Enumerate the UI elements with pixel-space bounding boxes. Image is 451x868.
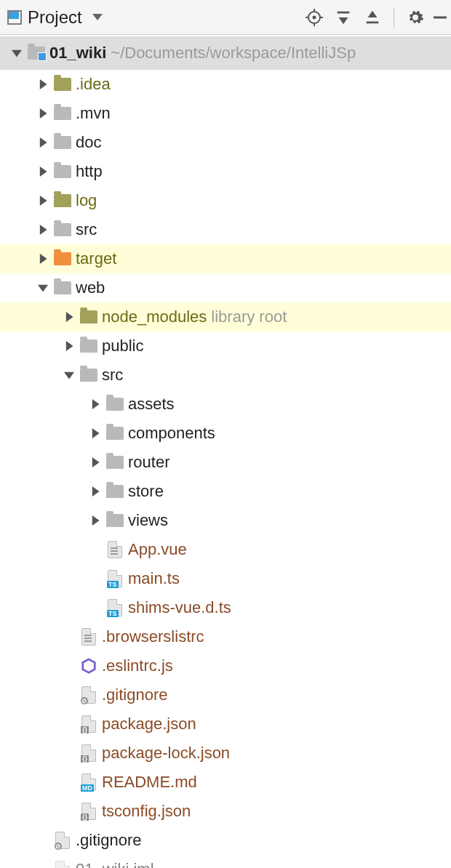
- file-icon: ⊘: [79, 686, 99, 704]
- chevron-right-icon[interactable]: [33, 225, 52, 235]
- tree-item-label: package-lock.json: [102, 744, 230, 763]
- file-icon: TS: [105, 570, 125, 587]
- tree-item[interactable]: 01_wiki.iml: [0, 855, 451, 868]
- tree-item-label: src: [76, 220, 97, 239]
- tree-item[interactable]: views: [0, 506, 451, 535]
- folder-icon: [105, 485, 125, 498]
- svg-rect-6: [338, 11, 350, 13]
- tree-item[interactable]: App.vue: [0, 535, 451, 564]
- tree-item-label: shims-vue.d.ts: [128, 598, 231, 617]
- tree-item-label: .gitignore: [102, 686, 168, 704]
- file-icon: MD: [79, 773, 99, 791]
- folder-icon: [52, 194, 73, 207]
- tree-item-label: .mvn: [76, 104, 111, 123]
- tree-item-label: package.json: [102, 715, 196, 734]
- tree-item[interactable]: log: [0, 186, 451, 215]
- collapse-all-icon[interactable]: [362, 7, 383, 28]
- tree-item[interactable]: node_moduleslibrary root: [0, 302, 451, 331]
- chevron-right-icon[interactable]: [33, 166, 52, 177]
- tree-item[interactable]: doc: [0, 128, 451, 157]
- folder-icon: [52, 223, 73, 236]
- tree-item[interactable]: src: [0, 215, 451, 244]
- tree-item[interactable]: components: [0, 419, 451, 448]
- chevron-down-icon[interactable]: [60, 370, 79, 380]
- svg-marker-23: [92, 399, 100, 409]
- chevron-right-icon[interactable]: [60, 341, 79, 351]
- tree-item-label: .idea: [76, 75, 111, 94]
- separator: [394, 7, 394, 28]
- project-tree[interactable]: 01_wiki ~/Documents/workspace/IntelliJSp…: [0, 35, 451, 868]
- tree-item[interactable]: ⊘.gitignore: [0, 680, 451, 710]
- tree-item[interactable]: .mvn: [0, 99, 451, 128]
- chevron-right-icon[interactable]: [33, 254, 52, 264]
- file-icon: ⊘: [52, 832, 73, 849]
- svg-marker-9: [368, 10, 378, 17]
- tree-item[interactable]: assets: [0, 390, 451, 419]
- folder-icon: [52, 136, 73, 149]
- tree-item-label: .gitignore: [76, 831, 142, 850]
- tree-item-label: .eslintrc.js: [102, 656, 173, 675]
- folder-icon: [79, 369, 99, 382]
- folder-icon: [79, 339, 99, 353]
- chevron-right-icon[interactable]: [33, 79, 52, 89]
- chevron-right-icon[interactable]: [86, 515, 105, 526]
- tree-item[interactable]: {}tsconfig.json: [0, 797, 451, 826]
- panel-title: Project: [28, 7, 82, 28]
- svg-point-1: [314, 16, 316, 18]
- view-selector[interactable]: Project: [7, 7, 303, 28]
- folder-icon: [105, 514, 125, 527]
- chevron-down-icon[interactable]: [7, 48, 26, 58]
- tree-root[interactable]: 01_wiki ~/Documents/workspace/IntelliJSp: [0, 36, 451, 70]
- chevron-right-icon[interactable]: [33, 196, 52, 206]
- chevron-right-icon[interactable]: [86, 457, 105, 467]
- svg-marker-20: [66, 312, 73, 322]
- chevron-right-icon[interactable]: [33, 137, 52, 148]
- chevron-right-icon[interactable]: [33, 108, 52, 118]
- svg-marker-24: [92, 428, 100, 438]
- tree-item-label: .browserslistrc: [102, 627, 204, 646]
- svg-marker-16: [40, 196, 47, 206]
- folder-icon: [79, 310, 99, 324]
- chevron-right-icon[interactable]: [60, 312, 79, 322]
- svg-marker-13: [40, 108, 47, 118]
- chevron-right-icon[interactable]: [86, 428, 105, 438]
- locate-icon[interactable]: [303, 7, 325, 28]
- file-icon: {}: [79, 744, 99, 762]
- tree-item[interactable]: .idea: [0, 70, 451, 99]
- tree-item-label: http: [76, 162, 103, 181]
- gear-icon[interactable]: [404, 7, 426, 28]
- svg-rect-8: [367, 21, 379, 23]
- tree-item[interactable]: MDREADME.md: [0, 768, 451, 797]
- chevron-down-icon[interactable]: [33, 283, 52, 293]
- folder-icon: [105, 456, 125, 469]
- tree-item[interactable]: {}package-lock.json: [0, 739, 451, 768]
- tree-item[interactable]: TSmain.ts: [0, 564, 451, 593]
- tree-item[interactable]: web: [0, 273, 451, 302]
- tree-item[interactable]: http: [0, 157, 451, 186]
- tree-item[interactable]: .browserslistrc: [0, 622, 451, 651]
- expand-all-icon[interactable]: [332, 7, 354, 28]
- tree-item[interactable]: target: [0, 244, 451, 273]
- tree-item[interactable]: .eslintrc.js: [0, 651, 451, 680]
- svg-marker-27: [92, 515, 100, 526]
- module-folder-icon: [26, 47, 47, 60]
- tree-item[interactable]: src: [0, 361, 451, 390]
- tree-item[interactable]: public: [0, 331, 451, 361]
- minimize-icon[interactable]: [434, 7, 447, 28]
- file-icon: [52, 861, 73, 868]
- chevron-right-icon[interactable]: [86, 399, 105, 409]
- tree-item[interactable]: router: [0, 448, 451, 477]
- tree-item[interactable]: ⊘.gitignore: [0, 826, 451, 855]
- svg-marker-22: [64, 372, 74, 379]
- tree-item[interactable]: store: [0, 477, 451, 506]
- svg-rect-10: [434, 16, 447, 18]
- tree-item[interactable]: TSshims-vue.d.ts: [0, 593, 451, 622]
- folder-icon: [52, 165, 73, 178]
- tree-item-label: 01_wiki.iml: [76, 860, 154, 868]
- tree-item[interactable]: {}package.json: [0, 710, 451, 739]
- tree-item-label: log: [76, 191, 97, 210]
- chevron-right-icon[interactable]: [86, 486, 105, 497]
- file-icon: {}: [79, 803, 99, 820]
- project-panel-header: Project: [0, 0, 451, 35]
- svg-marker-11: [12, 50, 22, 57]
